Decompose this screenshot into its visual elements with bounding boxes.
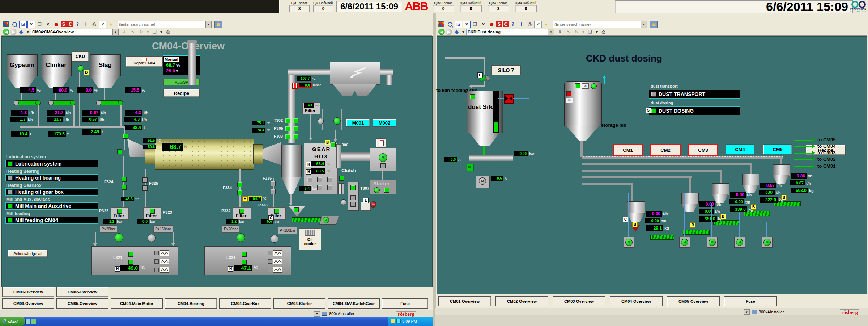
deploy-icon[interactable]: ⇩ bbox=[556, 29, 564, 35]
sfc-icon[interactable]: S bbox=[496, 21, 502, 27]
m001-button[interactable]: M001 bbox=[346, 119, 370, 127]
dosing-hopper[interactable] bbox=[773, 164, 790, 176]
info-icon[interactable]: i bbox=[518, 21, 525, 28]
hopper-clinker[interactable]: Clinker bbox=[41, 54, 72, 76]
search-input[interactable] bbox=[118, 21, 205, 28]
status-box-lubrication[interactable]: Lubrication system bbox=[5, 160, 98, 167]
p322-pump[interactable] bbox=[115, 233, 123, 242]
l321-tank[interactable]: L321 H 49.0°C bbox=[91, 246, 178, 275]
refresh-dropdown[interactable]: ▼ bbox=[581, 29, 586, 35]
dust-dosing-box[interactable]: DUST DOSING bbox=[649, 106, 740, 115]
nav-cm02-overview[interactable]: CM02-Overview bbox=[56, 287, 109, 297]
nav-cm03-overview[interactable]: CM03-Overview bbox=[2, 298, 54, 309]
favorites-icon[interactable]: ★ bbox=[107, 21, 115, 28]
dosing-hopper[interactable] bbox=[712, 183, 729, 195]
dosing-motor[interactable]: M bbox=[681, 239, 688, 246]
aspect-cube-dropdown[interactable]: ▼ bbox=[26, 29, 30, 35]
search-dropdown-button[interactable]: ▼ bbox=[205, 21, 212, 28]
aspect-cube-icon[interactable]: ◆ bbox=[17, 29, 25, 35]
recirc-valve-open[interactable] bbox=[333, 117, 341, 125]
status-box-mill-aux[interactable]: Mill Main and Aux.drive bbox=[5, 202, 98, 210]
tray-icon[interactable] bbox=[396, 319, 401, 323]
nav-cm04-6kv-switchgear[interactable]: CM04-6kV-SwitchGear bbox=[328, 298, 380, 309]
starter-box[interactable]: Starter bbox=[370, 180, 396, 194]
print-display-icon[interactable]: ⎙ bbox=[600, 29, 607, 35]
ckd-button[interactable]: CKD bbox=[72, 51, 89, 62]
search-icon[interactable] bbox=[11, 21, 18, 28]
p323-pump[interactable] bbox=[148, 234, 156, 242]
quicklaunch-icon[interactable] bbox=[25, 319, 30, 324]
p333-pump[interactable] bbox=[271, 235, 278, 243]
start-button[interactable]: start bbox=[0, 317, 25, 326]
search-input[interactable] bbox=[553, 21, 641, 28]
control-icon[interactable]: C bbox=[503, 21, 509, 27]
sfc-icon[interactable]: S bbox=[61, 21, 67, 27]
tray-clock[interactable]: 3:09 PM bbox=[402, 319, 417, 323]
nav-fuse[interactable]: Fuse bbox=[382, 298, 428, 309]
nav-cm01-overview[interactable]: CM01-Overview bbox=[2, 287, 54, 297]
info-icon[interactable]: i bbox=[82, 21, 90, 28]
nav-fuse[interactable]: Fuse bbox=[724, 296, 777, 306]
recipe-button[interactable]: Recipe bbox=[163, 89, 200, 97]
help-icon[interactable]: ? bbox=[509, 21, 517, 28]
nav-cm03-overview[interactable]: CM03-Overview bbox=[553, 296, 605, 306]
workplace-icon[interactable]: ▦ bbox=[650, 21, 658, 28]
control-icon[interactable]: C bbox=[67, 21, 73, 27]
back-icon[interactable]: ◀ bbox=[3, 29, 9, 35]
dosing-screw[interactable] bbox=[650, 235, 674, 240]
nav-cm01-overview[interactable]: CM01-Overview bbox=[438, 296, 491, 306]
nav-cm04-bearing[interactable]: CM04-Bearing bbox=[165, 298, 217, 309]
pin-icon[interactable]: ➴ bbox=[129, 29, 137, 35]
tray-icon[interactable] bbox=[391, 319, 395, 323]
feeder-motor[interactable]: M bbox=[479, 177, 486, 185]
record-icon[interactable]: ● bbox=[52, 21, 60, 28]
nav-cm02-overview[interactable]: CM02-Overview bbox=[495, 296, 548, 306]
address-dropdown-button[interactable]: ▼ bbox=[112, 29, 119, 35]
aspect-cube-dropdown[interactable]: ▼ bbox=[461, 29, 465, 35]
nav-cm05-overview[interactable]: CM05-Overview bbox=[667, 296, 720, 306]
cm4-button[interactable]: CM4 bbox=[726, 144, 754, 154]
m002-button[interactable]: M002 bbox=[373, 119, 396, 127]
shutoff-valve-closed[interactable] bbox=[504, 94, 514, 104]
report-icon-button[interactable] bbox=[376, 138, 386, 148]
dosing-hopper[interactable] bbox=[742, 174, 760, 185]
dosing-motor[interactable]: M bbox=[736, 239, 743, 246]
new-window-icon[interactable]: ◪ bbox=[455, 21, 462, 28]
refresh-dropdown[interactable]: ▼ bbox=[146, 29, 150, 35]
cm2-button[interactable]: CM2 bbox=[650, 144, 681, 156]
trend-button[interactable] bbox=[154, 259, 169, 264]
dosing-hopper[interactable] bbox=[627, 201, 645, 214]
forward-icon[interactable]: ▶ bbox=[10, 29, 17, 35]
help-icon[interactable]: ? bbox=[74, 21, 81, 28]
print-icon[interactable]: ⎙ bbox=[526, 21, 533, 28]
search-dropdown-button[interactable]: ▼ bbox=[641, 21, 647, 28]
p332-filter-box[interactable]: Filter bbox=[233, 207, 251, 220]
acknowledge-all-button[interactable]: Acknowledge all bbox=[8, 250, 48, 257]
status-box-heating-gearbox[interactable]: Heating oil gear box bbox=[5, 188, 98, 196]
cm3-button[interactable]: CM3 bbox=[688, 144, 718, 156]
hopper-slag[interactable]: Slag bbox=[90, 54, 121, 76]
address-combo[interactable] bbox=[466, 29, 548, 35]
pin-icon[interactable]: ➴ bbox=[565, 29, 572, 35]
nav-cm04-starter[interactable]: CM04-Starter bbox=[273, 298, 326, 309]
screw-conveyor[interactable] bbox=[292, 217, 321, 222]
p323-filter-box[interactable]: Filter bbox=[143, 207, 161, 220]
address-combo[interactable] bbox=[31, 29, 112, 35]
nav-cm04-gearbox[interactable]: CM04-GearBox bbox=[219, 298, 271, 309]
belt-feeder[interactable] bbox=[98, 100, 121, 105]
recirc-valve-closed[interactable] bbox=[318, 118, 324, 124]
search-icon[interactable] bbox=[446, 21, 454, 28]
trend-button[interactable] bbox=[154, 250, 169, 256]
oil-cooler-box[interactable]: Oil cooler bbox=[299, 228, 321, 250]
rotary-valve[interactable] bbox=[467, 164, 474, 171]
cm5-button[interactable]: CM5 bbox=[763, 144, 792, 154]
ckd-valve-indicator[interactable] bbox=[78, 65, 84, 71]
trend-button[interactable] bbox=[268, 267, 282, 273]
app-grid-icon[interactable] bbox=[438, 21, 444, 27]
layers-dropdown[interactable]: ▼ bbox=[595, 29, 599, 35]
workplace-icon[interactable]: ▦ bbox=[214, 21, 222, 28]
nav-cm05-overview[interactable]: CM05-Overview bbox=[56, 298, 109, 309]
nav-cm04-main-motor[interactable]: CM04-Main Motor bbox=[111, 298, 163, 309]
deploy-icon[interactable]: ⇩ bbox=[121, 29, 128, 35]
hopper-gypsum[interactable]: Gypsum bbox=[7, 54, 38, 76]
